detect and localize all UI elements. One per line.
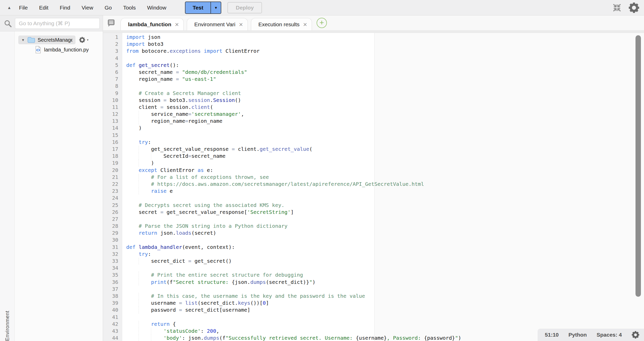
code-line: import json	[126, 34, 644, 41]
code-line: secret_name = "demo/db/credentials"	[126, 69, 644, 76]
folder-settings[interactable]: ▼	[79, 37, 89, 43]
indent-guide	[139, 321, 151, 328]
code-line: region_name = "us-east-1"	[126, 76, 644, 83]
code-line: try:	[126, 139, 644, 146]
line-number: 41	[103, 314, 118, 321]
indent-guide	[126, 328, 139, 335]
menu-item-go[interactable]: Go	[105, 5, 112, 11]
indent-guide	[139, 153, 151, 160]
indent-guide	[126, 146, 139, 153]
indent-guide	[126, 167, 139, 174]
tab-label: lambda_function	[128, 21, 171, 28]
menu-item-edit[interactable]: Edit	[39, 5, 48, 11]
add-tab-button[interactable]: +	[317, 18, 327, 28]
goto-anything-row	[0, 15, 103, 31]
code-line	[126, 314, 644, 321]
line-number-gutter[interactable]: 1234567891011121314151617181920212223242…	[103, 33, 122, 341]
indent-guide	[126, 69, 139, 76]
indent-guide	[126, 188, 139, 195]
line-number: 17	[103, 146, 118, 153]
indent-guide	[126, 90, 139, 97]
editor-settings-gear-icon[interactable]	[632, 331, 639, 339]
code-line: raise e	[126, 188, 644, 195]
line-number: 43	[103, 328, 118, 335]
folder-gear-caret-icon[interactable]: ▼	[86, 38, 89, 41]
indent-guide	[139, 258, 151, 265]
preferences-gear-icon[interactable]	[629, 2, 639, 13]
environment-panel-label[interactable]: Environment	[4, 36, 10, 341]
python-file-icon	[35, 46, 41, 54]
indent-guide	[126, 125, 139, 132]
test-button[interactable]: Test ▼	[185, 2, 222, 14]
close-tab-icon[interactable]: ×	[175, 21, 179, 28]
indent-guide	[126, 160, 139, 167]
tab-environment-vari[interactable]: Environment Vari×	[187, 18, 248, 30]
code-line	[126, 83, 644, 90]
tree-folder-selection[interactable]: ▼ SecretsManagerDem	[18, 36, 75, 44]
menu-item-find[interactable]: Find	[60, 5, 70, 11]
collapse-menu-icon[interactable]: ▲	[7, 5, 11, 10]
test-dropdown-caret-icon[interactable]: ▼	[211, 2, 221, 13]
tab-execution-results[interactable]: Execution results×	[251, 18, 312, 30]
code-area[interactable]: import jsonimport boto3from botocore.exc…	[122, 33, 644, 341]
vertical-scrollbar-thumb[interactable]	[635, 35, 641, 297]
indent-guide	[126, 139, 139, 146]
line-number: 36	[103, 279, 118, 286]
menu-items: FileEditFindViewGoToolsWindow	[19, 5, 178, 11]
tree-file-row[interactable]: lambda_function.py	[35, 45, 103, 55]
menu-item-tools[interactable]: Tools	[123, 5, 136, 11]
indent-guide	[139, 328, 151, 335]
code-line: return {	[126, 321, 644, 328]
line-number: 30	[103, 237, 118, 243]
indent-guide	[139, 174, 151, 181]
menubar-right-icons	[613, 2, 644, 13]
code-line	[126, 132, 644, 139]
tree-folder-row[interactable]: ▼ SecretsManagerDem ▼	[15, 35, 103, 45]
code-line: service_name='secretsmanager',	[126, 111, 644, 118]
indent-guide	[126, 223, 139, 230]
close-tab-icon[interactable]: ×	[239, 21, 243, 28]
code-line: client = session.client(	[126, 104, 644, 111]
indent-guide	[126, 118, 139, 125]
goto-anything-input[interactable]	[15, 18, 100, 29]
test-button-label[interactable]: Test	[185, 2, 211, 13]
close-tab-icon[interactable]: ×	[303, 21, 307, 28]
menu-item-window[interactable]: Window	[147, 5, 166, 11]
line-number: 28	[103, 223, 118, 230]
menu-item-file[interactable]: File	[19, 5, 28, 11]
tab-list-icon[interactable]	[107, 19, 115, 27]
line-number: 38	[103, 293, 118, 300]
indent-guide	[139, 160, 151, 167]
file-name[interactable]: lambda_function.py	[44, 47, 89, 53]
environment-tab-strip[interactable]: Environment	[0, 31, 15, 341]
folder-gear-icon[interactable]	[79, 37, 85, 43]
indent-guide	[139, 188, 151, 195]
tab-size-setting[interactable]: Spaces: 4	[597, 332, 622, 338]
code-line: secret = get_secret_value_response['Secr…	[126, 209, 644, 216]
line-number: 20	[103, 167, 118, 174]
folder-disclosure-icon[interactable]: ▼	[21, 38, 25, 42]
indent-guide	[126, 181, 139, 188]
search-icon[interactable]	[4, 19, 12, 28]
line-number: 8	[103, 83, 118, 90]
line-number: 7	[103, 76, 118, 83]
tab-label: Environment Vari	[194, 21, 235, 28]
collapse-panes-icon[interactable]	[613, 3, 621, 12]
line-number: 5	[103, 62, 118, 69]
indent-guide	[126, 97, 139, 104]
indent-guide	[126, 321, 139, 328]
line-number: 34	[103, 265, 118, 272]
syntax-mode[interactable]: Python	[569, 332, 587, 338]
tab-bar-bottom-strip	[103, 30, 644, 33]
line-number: 15	[103, 132, 118, 139]
cursor-position[interactable]: 51:10	[545, 332, 559, 338]
indent-guide	[126, 174, 139, 181]
indent-guide	[151, 335, 163, 341]
line-number: 10	[103, 97, 118, 104]
deploy-button[interactable]: Deploy	[227, 2, 262, 13]
tab-lambda-function[interactable]: lambda_function×	[121, 18, 184, 30]
line-number: 16	[103, 139, 118, 146]
code-editor[interactable]: 1234567891011121314151617181920212223242…	[103, 33, 644, 341]
indent-guide	[151, 328, 163, 335]
menu-item-view[interactable]: View	[82, 5, 93, 11]
